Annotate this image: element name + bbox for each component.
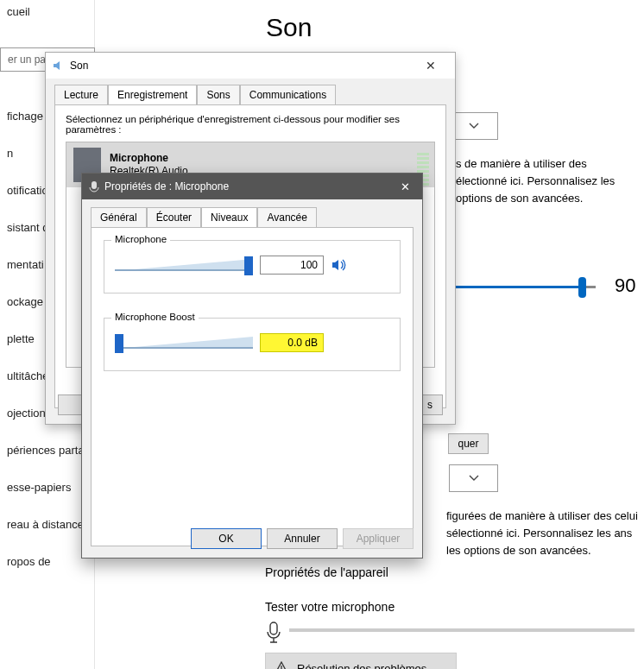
svg-rect-3	[92, 181, 97, 189]
microphone-level-value[interactable]: 100	[260, 256, 324, 275]
recording-instruction: Sélectionnez un périphérique d'enregistr…	[66, 114, 435, 135]
tab-levels[interactable]: Niveaux	[201, 207, 257, 228]
device-properties-link[interactable]: Propriétés de l'appareil	[265, 565, 388, 579]
troubleshoot-button[interactable]: Résolution des problèmes	[265, 653, 457, 669]
tab-playback[interactable]: Lecture	[54, 85, 108, 105]
cancel-button[interactable]: Annuler	[267, 528, 338, 549]
microphone-level-slider[interactable]	[115, 255, 253, 275]
tab-advanced[interactable]: Avancée	[257, 207, 316, 228]
tab-communications[interactable]: Communications	[240, 85, 336, 105]
sidebar-item[interactable]: esse-papiers	[0, 469, 94, 506]
microphone-boost-group: Microphone Boost 0.0 dB	[104, 318, 401, 371]
mic-dialog-titlebar[interactable]: Propriétés de : Microphone ✕	[82, 174, 422, 199]
svg-rect-0	[270, 622, 277, 634]
microphone-icon	[89, 180, 99, 192]
sound-dialog-tablist: Lecture Enregistrement Sons Communicatio…	[46, 79, 455, 104]
tab-recording[interactable]: Enregistrement	[108, 85, 197, 105]
troubleshoot-label: Résolution des problèmes	[297, 662, 426, 670]
apply-button[interactable]: Appliquer	[343, 528, 414, 549]
sidebar-item[interactable]: ropos de	[0, 543, 94, 580]
mic-dialog-close-button[interactable]: ✕	[388, 174, 422, 199]
warning-icon	[275, 661, 288, 669]
recording-device-name: Microphone	[110, 152, 188, 165]
microphone-level-group: Microphone 100	[104, 240, 401, 293]
master-volume-value: 90	[615, 275, 635, 297]
output-description: s de manière à utiliser des électionné i…	[456, 155, 637, 207]
chevron-down-icon	[469, 475, 479, 482]
sidebar-item[interactable]: périences parta	[0, 432, 94, 469]
speaker-icon[interactable]	[331, 256, 348, 274]
sidebar-item[interactable]: reau à distance	[0, 506, 94, 543]
sound-dialog-close-button[interactable]: ✕	[414, 59, 448, 73]
microphone-boost-slider[interactable]	[115, 332, 253, 353]
test-microphone-label: Tester votre microphone	[265, 600, 395, 614]
tab-sounds[interactable]: Sons	[197, 85, 239, 105]
mic-dialog-tablist: Général Écouter Niveaux Avancée	[82, 199, 422, 227]
microphone-properties-dialog: Propriétés de : Microphone ✕ Général Éco…	[81, 173, 423, 559]
mic-dialog-title: Propriétés de : Microphone	[104, 180, 229, 192]
microphone-boost-value[interactable]: 0.0 dB	[260, 333, 324, 352]
tab-listen[interactable]: Écouter	[147, 207, 201, 228]
microphone-icon	[265, 622, 282, 644]
ok-button[interactable]: OK	[191, 528, 262, 549]
page-title: Son	[266, 13, 312, 42]
sidebar-item[interactable]: cueil	[0, 0, 94, 30]
sound-dialog-title: Son	[70, 60, 88, 72]
output-dropdown-caret[interactable]	[449, 112, 498, 140]
sound-dialog-titlebar[interactable]: Son ✕	[46, 53, 455, 79]
input-dropdown-caret[interactable]	[449, 464, 498, 492]
obscured-button[interactable]: quer	[448, 433, 489, 454]
tab-general[interactable]: Général	[91, 207, 147, 228]
chevron-down-icon	[469, 123, 479, 129]
microphone-level-bar	[289, 628, 635, 632]
speaker-icon	[53, 60, 65, 72]
microphone-boost-legend: Microphone Boost	[111, 312, 199, 322]
mic-dialog-body: Microphone 100 Microphone Boost	[91, 227, 414, 546]
microphone-level-legend: Microphone	[111, 234, 170, 244]
input-description: figurées de manière à utiliser des celui…	[446, 508, 638, 559]
master-volume-slider[interactable]	[449, 275, 596, 300]
